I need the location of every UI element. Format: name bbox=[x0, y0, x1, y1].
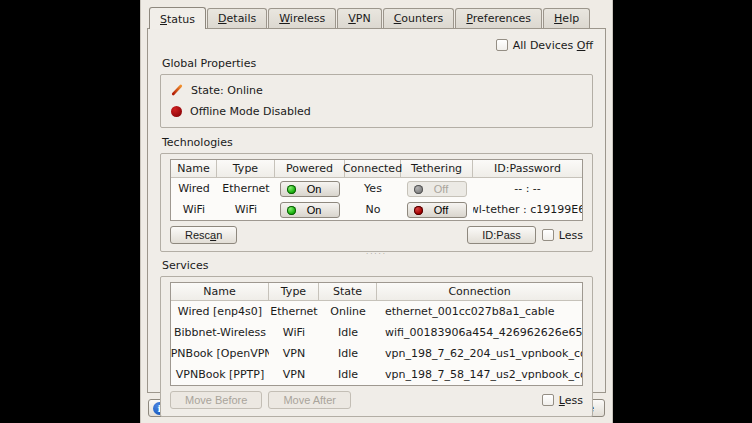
svc-less-label: Less bbox=[559, 394, 583, 407]
services-table-body: Wired [enp4s0]EthernetOnlineethernet_001… bbox=[171, 301, 582, 385]
service-row[interactable]: Bibbnet-WirelessWiFiIdlewifi_00183906a45… bbox=[171, 322, 582, 343]
tab-status[interactable]: Status bbox=[149, 7, 206, 29]
move-after-button[interactable]: Move After bbox=[268, 391, 351, 409]
offline-mode-label: Offline Mode Disabled bbox=[190, 105, 311, 118]
tech-name-cell: Wired bbox=[171, 182, 217, 195]
rescan-button[interactable]: Rescan bbox=[170, 226, 237, 244]
tech-connected-cell: Yes bbox=[345, 182, 401, 195]
toggle-label: Off bbox=[434, 183, 448, 195]
services-title: Services bbox=[162, 259, 591, 272]
tech-connected-cell: No bbox=[345, 203, 401, 216]
tech-header-type: Type bbox=[217, 160, 275, 177]
powered-toggle-button[interactable]: On bbox=[280, 202, 340, 218]
svc-name-cell: Bibbnet-Wireless bbox=[171, 326, 269, 339]
state-row: State: Online bbox=[171, 82, 582, 98]
svc-state-cell: Idle bbox=[319, 326, 377, 339]
state-label: State: Online bbox=[191, 84, 263, 97]
svc-type-cell: WiFi bbox=[269, 326, 319, 339]
technologies-group: Name Type Powered Connected Tethering ID… bbox=[160, 153, 593, 252]
svc-name-cell: VPNBook [OpenVPN] bbox=[171, 347, 269, 360]
tech-row: WiFiWiFiOnNoOffbwl-tether : c19199E61 bbox=[171, 199, 582, 220]
svc-less-control: Less bbox=[542, 394, 583, 407]
technologies-table-body: WiredEthernetOnYesOff-- : --WiFiWiFiOnNo… bbox=[171, 178, 582, 220]
powered-toggle-button[interactable]: On bbox=[280, 181, 340, 197]
tab-counters[interactable]: Counters bbox=[383, 8, 455, 28]
services-table: Name Type State Connection Wired [enp4s0… bbox=[170, 282, 583, 386]
tech-idpassword-cell: -- : -- bbox=[473, 182, 582, 195]
svc-connection-cell: wifi_00183906a454_426962626e65742d5769..… bbox=[377, 326, 582, 339]
green-led-icon bbox=[287, 206, 296, 215]
offline-mode-red-dot-icon bbox=[171, 106, 182, 117]
tech-header-tethering: Tethering bbox=[401, 160, 473, 177]
svc-header-name: Name bbox=[171, 283, 269, 300]
toggle-label: On bbox=[307, 204, 322, 216]
red-led-icon bbox=[414, 206, 423, 215]
svc-type-cell: Ethernet bbox=[269, 305, 319, 318]
global-properties-title: Global Properties bbox=[162, 57, 591, 70]
move-before-button[interactable]: Move Before bbox=[170, 391, 262, 409]
svc-state-cell: Idle bbox=[319, 368, 377, 381]
all-devices-off-control: All Devices Off bbox=[496, 37, 593, 53]
toggle-label: Off bbox=[434, 204, 448, 216]
svc-connection-cell: ethernet_001cc027b8a1_cable bbox=[377, 305, 582, 318]
tab-wireless[interactable]: Wireless bbox=[268, 8, 336, 28]
tech-type-cell: WiFi bbox=[217, 203, 275, 216]
svc-connection-cell: vpn_198_7_58_147_us2_vpnbook_com bbox=[377, 368, 582, 381]
svc-type-cell: VPN bbox=[269, 368, 319, 381]
tab-vpn[interactable]: VPN bbox=[337, 8, 381, 28]
global-properties-group: State: Online Offline Mode Disabled bbox=[160, 74, 593, 128]
tech-powered-cell: On bbox=[275, 181, 345, 197]
splitter-handle[interactable]: ····· bbox=[160, 252, 593, 259]
tech-row: WiredEthernetOnYesOff-- : -- bbox=[171, 178, 582, 199]
svc-header-connection: Connection bbox=[377, 283, 582, 300]
tech-header-idpassword: ID:Password bbox=[473, 160, 582, 177]
svc-name-cell: Wired [enp4s0] bbox=[171, 305, 269, 318]
service-row[interactable]: VPNBook [OpenVPN]VPNIdlevpn_198_7_62_204… bbox=[171, 343, 582, 364]
svc-state-cell: Online bbox=[319, 305, 377, 318]
tech-less-label: Less bbox=[559, 229, 583, 242]
svc-type-cell: VPN bbox=[269, 347, 319, 360]
tab-preferences[interactable]: Preferences bbox=[455, 8, 542, 28]
tech-tethering-cell: Off bbox=[401, 202, 473, 218]
svc-name-cell: VPNBook [PPTP] bbox=[171, 368, 269, 381]
services-table-header: Name Type State Connection bbox=[171, 283, 582, 301]
idpass-button[interactable]: ID:Pass bbox=[467, 226, 536, 244]
tech-header-name: Name bbox=[171, 160, 217, 177]
technologies-table: Name Type Powered Connected Tethering ID… bbox=[170, 159, 583, 221]
tab-bar: StatusDetailsWirelessVPNCountersPreferen… bbox=[141, 0, 612, 28]
state-pen-icon bbox=[171, 84, 183, 96]
svc-header-type: Type bbox=[269, 283, 319, 300]
tech-less-control: Less bbox=[542, 229, 583, 242]
tech-tethering-cell: Off bbox=[401, 181, 473, 197]
gray-led-icon bbox=[414, 185, 423, 194]
service-row[interactable]: VPNBook [PPTP]VPNIdlevpn_198_7_58_147_us… bbox=[171, 364, 582, 385]
svc-header-state: State bbox=[319, 283, 377, 300]
tech-less-checkbox[interactable] bbox=[542, 229, 554, 241]
green-led-icon bbox=[287, 185, 296, 194]
toggle-label: On bbox=[307, 183, 322, 195]
tech-name-cell: WiFi bbox=[171, 203, 217, 216]
services-group: Name Type State Connection Wired [enp4s0… bbox=[160, 276, 593, 417]
tech-powered-cell: On bbox=[275, 202, 345, 218]
offline-mode-row: Offline Mode Disabled bbox=[171, 103, 582, 119]
all-devices-off-label: All Devices Off bbox=[513, 39, 593, 52]
tethering-toggle-button[interactable]: Off bbox=[407, 202, 467, 218]
svc-state-cell: Idle bbox=[319, 347, 377, 360]
tech-idpassword-cell: bwl-tether : c19199E61 bbox=[473, 203, 582, 216]
technologies-table-header: Name Type Powered Connected Tethering ID… bbox=[171, 160, 582, 178]
status-tab-panel: All Devices Off Global Properties State:… bbox=[147, 28, 606, 393]
svc-connection-cell: vpn_198_7_62_204_us1_vpnbook_com bbox=[377, 347, 582, 360]
service-row[interactable]: Wired [enp4s0]EthernetOnlineethernet_001… bbox=[171, 301, 582, 322]
tab-details[interactable]: Details bbox=[207, 8, 267, 28]
tech-header-connected: Connected bbox=[345, 160, 401, 177]
tech-header-powered: Powered bbox=[275, 160, 345, 177]
tech-type-cell: Ethernet bbox=[217, 182, 275, 195]
svc-less-checkbox[interactable] bbox=[542, 394, 554, 406]
tethering-toggle-button[interactable]: Off bbox=[407, 181, 467, 197]
all-devices-off-checkbox[interactable] bbox=[496, 39, 508, 51]
cmst-main-window: StatusDetailsWirelessVPNCountersPreferen… bbox=[140, 0, 613, 423]
tab-help[interactable]: Help bbox=[543, 8, 590, 28]
technologies-title: Technologies bbox=[162, 136, 591, 149]
